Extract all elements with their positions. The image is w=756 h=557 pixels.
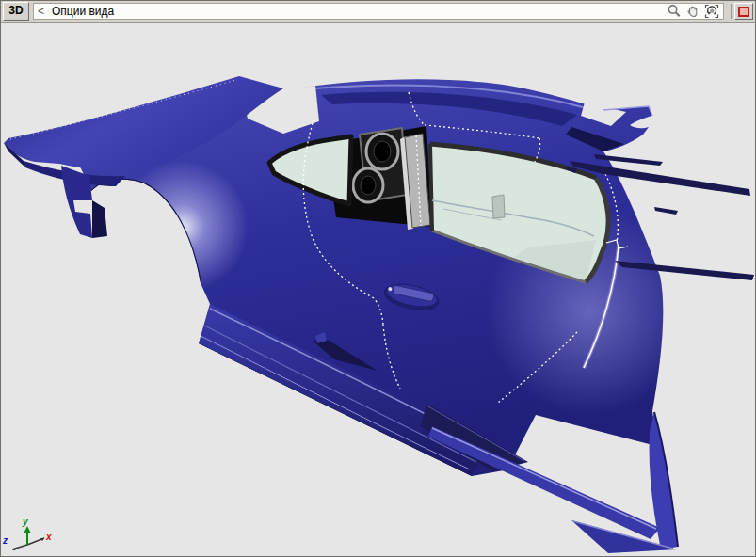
back-chevron-icon[interactable]: < [38,5,44,18]
zoom-icon[interactable] [667,4,682,19]
car-body-3d-model: y x z [1,23,755,556]
speaker-lower [353,168,383,202]
triad-y-label: y [22,517,28,527]
car-model-group [4,76,754,553]
cad-window: 3D < Опции вида [0,0,756,557]
orientation-triad: y x z [2,517,52,550]
triad-z-label: z [2,535,8,546]
toolbar-separator [731,4,732,19]
view-options-bar: < Опции вида [33,3,724,20]
speaker-upper [366,134,398,169]
view-options-title: Опции вида [52,5,114,18]
model-viewport[interactable]: y x z [1,22,755,556]
rotate-orbit-icon[interactable] [704,4,719,19]
close-red-icon [738,7,749,17]
interior-mirror [492,195,505,218]
3d-mode-button[interactable]: 3D [3,2,29,21]
pan-hand-icon[interactable] [685,4,700,19]
view-toolbar-icons [667,4,719,19]
view-toolbar: 3D < Опции вида [1,1,755,22]
close-red-button[interactable] [734,3,753,20]
triad-x-label: x [45,532,52,542]
